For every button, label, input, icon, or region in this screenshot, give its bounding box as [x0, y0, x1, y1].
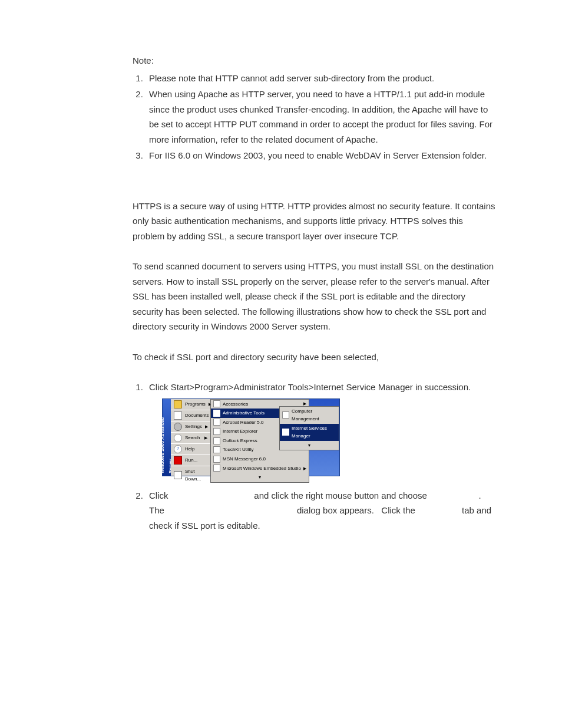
start-sidebar-label: Windows 2000 Advanced Server — [163, 399, 171, 476]
submenu-expand[interactable]: ▾ — [211, 473, 309, 482]
submenu-computer-mgmt[interactable]: Computer Management — [280, 407, 339, 424]
paragraph-check-intro: To check if SSL port and directory secur… — [133, 350, 497, 365]
settings-icon — [174, 423, 182, 431]
menu-programs[interactable]: Programs▶ — [171, 399, 210, 410]
shutdown-icon — [174, 471, 182, 479]
submenu-embedded[interactable]: Microsoft Windows Embedded Studio▶ — [211, 464, 309, 473]
search-icon — [174, 434, 182, 442]
app-icon — [213, 465, 220, 472]
step-text: Click Start>Program>Administrator Tools>… — [149, 382, 471, 392]
app-icon — [213, 446, 220, 453]
admin-tools-submenu: Computer Management Internet Services Ma… — [279, 406, 339, 451]
submenu-iis-manager[interactable]: Internet Services Manager — [280, 424, 339, 441]
arrow-icon: ▶ — [205, 423, 208, 430]
note-heading: Note: — [133, 53, 497, 68]
programs-icon — [174, 400, 182, 409]
start-menu-screenshot: Windows 2000 Advanced Server Programs▶ D… — [162, 398, 340, 476]
menu-shutdown[interactable]: Shut Down... — [171, 466, 210, 485]
menu-run[interactable]: Run... — [171, 455, 210, 466]
documents-icon — [174, 411, 182, 420]
arrow-icon: ▶ — [204, 434, 207, 442]
folder-icon — [213, 410, 220, 417]
step-text: Click and click the right mouse button a… — [149, 490, 494, 531]
folder-icon — [213, 400, 220, 407]
menu-settings[interactable]: Settings▶ — [171, 421, 210, 433]
menu-search[interactable]: Search▶ — [171, 433, 210, 444]
app-icon — [213, 456, 220, 463]
note-list: Please note that HTTP cannot add server … — [133, 71, 497, 163]
menu-help[interactable]: ?Help — [171, 444, 210, 455]
step-item: Click Start>Program>Administrator Tools>… — [146, 380, 497, 476]
note-item: When using Apache as HTTP server, you ne… — [146, 87, 497, 147]
paragraph-https-intro: HTTPS is a secure way of using HTTP. HTT… — [133, 199, 497, 244]
submenu-expand[interactable]: ▾ — [280, 441, 339, 450]
app-icon — [213, 428, 220, 435]
app-icon — [282, 429, 289, 436]
steps-list: Click Start>Program>Administrator Tools>… — [133, 380, 497, 533]
help-icon: ? — [174, 445, 182, 453]
note-item: For IIS 6.0 on Windows 2003, you need to… — [146, 148, 497, 163]
start-main-column: Programs▶ Documents▶ Settings▶ Search▶ ?… — [171, 399, 211, 476]
document-page: Note: Please note that HTTP cannot add s… — [0, 0, 562, 728]
note-item: Please note that HTTP cannot add server … — [146, 71, 497, 86]
app-icon — [213, 419, 220, 426]
paragraph-ssl-install: To send scanned document to servers usin… — [133, 259, 497, 334]
submenu-msn[interactable]: MSN Messenger 6.0 — [211, 454, 309, 464]
app-icon — [282, 411, 289, 419]
menu-documents[interactable]: Documents▶ — [171, 410, 210, 421]
run-icon — [174, 456, 182, 465]
arrow-icon: ▶ — [303, 465, 306, 472]
step-item: Click and click the right mouse button a… — [146, 488, 497, 533]
app-icon — [213, 437, 220, 444]
